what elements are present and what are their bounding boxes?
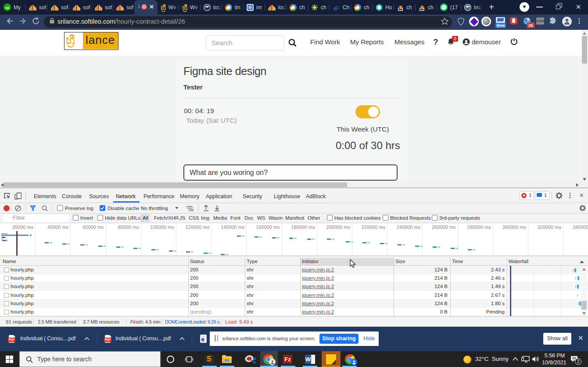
svg-text:PDF: PDF bbox=[105, 338, 111, 341]
svg-text:PDF: PDF bbox=[9, 338, 14, 341]
svg-text:up: up bbox=[5, 6, 10, 10]
